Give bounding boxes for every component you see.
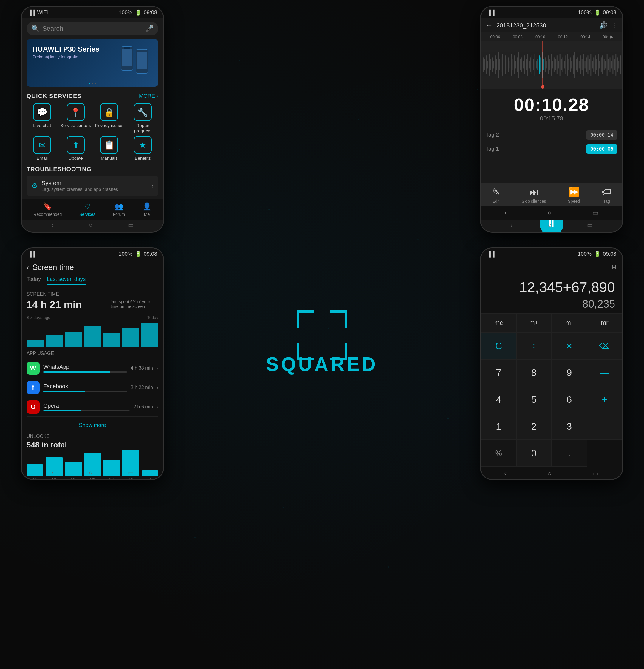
svg-rect-87: [602, 55, 603, 74]
m-minus-button[interactable]: m-: [552, 313, 587, 332]
mc-button[interactable]: mc: [481, 313, 516, 332]
svg-rect-74: [583, 54, 584, 76]
home-btn[interactable]: ○: [89, 222, 92, 229]
show-more-btn[interactable]: Show more: [22, 419, 163, 431]
multiply-button[interactable]: ×: [552, 332, 587, 359]
svg-rect-21: [505, 55, 506, 74]
svg-rect-9: [487, 61, 488, 69]
recents-btn[interactable]: ▭: [592, 209, 599, 217]
service-repair[interactable]: 🔧 Repair progress: [127, 103, 159, 133]
phone3-status-bar: ▐▐ 100% 🔋 09:08: [481, 7, 622, 18]
m-plus-button[interactable]: m+: [516, 313, 552, 332]
backspace-button[interactable]: ⌫: [587, 332, 622, 359]
key-7[interactable]: 7: [481, 359, 516, 386]
nav-me[interactable]: 👤 Me: [143, 202, 152, 217]
system-troubleshoot-item[interactable]: ⚙ System Lag, system crashes, and app cr…: [27, 175, 158, 196]
service-service-centers[interactable]: 📍 Service centers: [60, 103, 91, 133]
key-3[interactable]: 3: [552, 413, 587, 440]
percent-button[interactable]: %: [481, 440, 516, 467]
phone1-home-bar: ‹ ○ ▭: [22, 222, 163, 229]
svg-rect-55: [555, 59, 556, 70]
key-4[interactable]: 4: [481, 386, 516, 413]
recents-btn[interactable]: ▭: [128, 469, 133, 476]
key-5[interactable]: 5: [516, 386, 552, 413]
service-live-chat[interactable]: 💬 Live chat: [27, 103, 58, 133]
recents-btn[interactable]: ▭: [592, 470, 599, 477]
more-options-icon[interactable]: ⋮: [611, 22, 617, 29]
back-icon[interactable]: ‹: [27, 263, 29, 272]
home-btn[interactable]: ○: [548, 209, 552, 217]
recents-btn[interactable]: ▭: [128, 222, 133, 229]
tag-btn[interactable]: 🏷 Tag: [602, 187, 611, 204]
edit-btn[interactable]: ✎ Edit: [492, 186, 500, 204]
tag1-row: Tag 1 00:00:06: [486, 142, 617, 156]
minus-button[interactable]: —: [587, 359, 622, 386]
profile-icon: 👤: [143, 202, 152, 211]
service-privacy-issues[interactable]: 🔒 Privacy issues: [94, 103, 125, 133]
key-1[interactable]: 1: [481, 413, 516, 440]
key-9[interactable]: 9: [552, 359, 587, 386]
svg-rect-99: [620, 55, 621, 74]
volume-icon[interactable]: 🔊: [599, 22, 607, 29]
svg-rect-75: [585, 61, 586, 69]
speed-btn[interactable]: ⏩ Speed: [568, 186, 580, 204]
key-0[interactable]: 0: [516, 440, 552, 467]
svg-rect-59: [561, 59, 562, 70]
whatsapp-icon: W: [27, 361, 40, 375]
back-btn[interactable]: ‹: [504, 209, 506, 217]
home-btn[interactable]: ○: [548, 222, 552, 229]
repair-icon: 🔧: [134, 103, 152, 121]
svg-rect-58: [560, 54, 560, 76]
app-facebook[interactable]: f Facebook 2 h 22 min ›: [27, 378, 158, 397]
phone4-mockup: ▐▐ 100% 🔋 09:08 M 12,345+67,890 80,235 m…: [480, 247, 623, 480]
back-icon[interactable]: ←: [486, 21, 493, 29]
skip-silences-btn[interactable]: ⏭ Skip silences: [522, 187, 546, 204]
audio-tags: Tag 2 00:00:14 Tag 1 00:00:06: [481, 125, 622, 159]
svg-rect-43: [538, 59, 539, 70]
audio-waveform[interactable]: [481, 41, 622, 88]
mic-icon[interactable]: 🎤: [145, 25, 154, 32]
audio-filename: 20181230_212530: [497, 22, 596, 29]
recents-btn[interactable]: ▭: [587, 222, 593, 229]
plus-button[interactable]: +: [587, 386, 622, 413]
tab-today[interactable]: Today: [27, 276, 41, 285]
key-2[interactable]: 2: [516, 413, 552, 440]
clear-button[interactable]: C: [481, 332, 516, 359]
svg-rect-81: [593, 57, 594, 72]
mr-button[interactable]: mr: [587, 313, 622, 332]
back-btn[interactable]: ‹: [511, 222, 513, 229]
svg-rect-45: [540, 57, 541, 72]
home-btn[interactable]: ○: [89, 469, 92, 476]
key-6[interactable]: 6: [552, 386, 587, 413]
live-chat-label: Live chat: [33, 123, 51, 128]
service-benefits[interactable]: ★ Benefits: [127, 136, 159, 161]
decimal-button[interactable]: .: [552, 440, 587, 467]
svg-rect-6: [483, 57, 484, 72]
tab-last-seven-days[interactable]: Last seven days: [47, 276, 86, 285]
phone1-search-bar[interactable]: 🔍 Search 🎤: [27, 22, 158, 35]
service-centers-icon: 📍: [67, 103, 85, 121]
nav-recommended[interactable]: 🔖 Recommended: [33, 202, 62, 217]
nav-forum[interactable]: 👥 Forum: [113, 202, 125, 217]
service-email[interactable]: ✉ Email: [27, 136, 58, 161]
svg-rect-86: [601, 57, 602, 72]
equals-button[interactable]: =: [587, 413, 622, 440]
back-btn[interactable]: ‹: [504, 470, 506, 477]
chevron-right-icon: ›: [157, 385, 158, 391]
divide-button[interactable]: ÷: [516, 332, 552, 359]
service-manuals[interactable]: 📋 Manuals: [94, 136, 125, 161]
home-btn[interactable]: ○: [548, 470, 552, 477]
phone4-status-bar: ▐▐ 100% 🔋 09:08: [481, 248, 622, 260]
email-label: Email: [37, 156, 48, 161]
nav-services[interactable]: ♡ Services: [79, 202, 96, 217]
search-icon: 🔍: [31, 25, 39, 32]
back-btn[interactable]: ‹: [51, 222, 53, 229]
app-opera[interactable]: O Opera 2 h 6 min ›: [27, 397, 158, 417]
app-whatsapp[interactable]: W WhatsApp 4 h 38 min ›: [27, 359, 158, 378]
key-8[interactable]: 8: [516, 359, 552, 386]
svg-rect-33: [523, 61, 524, 69]
search-input-placeholder[interactable]: Search: [42, 25, 63, 32]
phone1-battery: 100% 🔋 09:08: [119, 9, 157, 16]
service-update[interactable]: ⬆ Update: [60, 136, 91, 161]
back-btn[interactable]: ‹: [51, 469, 53, 476]
